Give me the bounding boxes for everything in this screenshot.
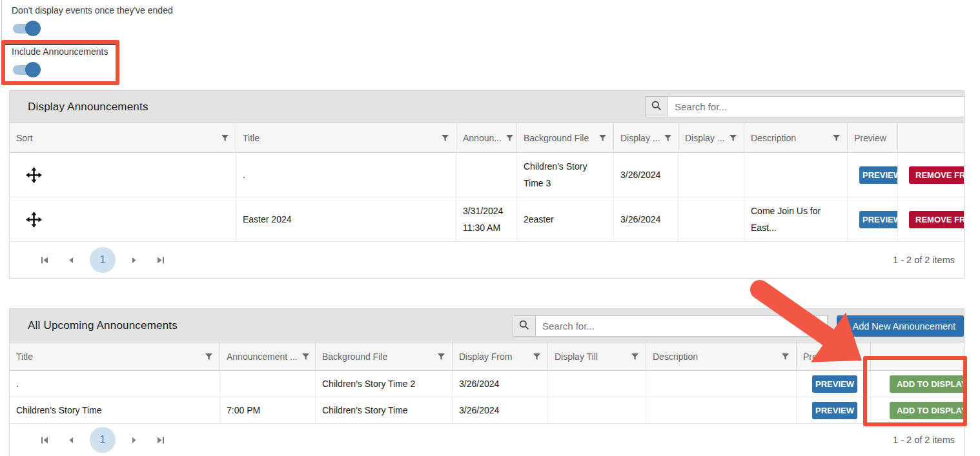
cell-display-till	[679, 197, 744, 241]
column-display-from: Display ...	[620, 133, 660, 143]
upcoming-header-row: Title Announcement ... Background File D…	[10, 342, 964, 371]
column-announcement: Announcement ...	[227, 352, 298, 362]
pager-first-button[interactable]	[40, 435, 50, 445]
display-search-input[interactable]	[668, 96, 965, 117]
display-announcements-title: Display Announcements	[28, 101, 148, 114]
pager-last-button[interactable]	[156, 435, 165, 445]
cell-title: Easter 2024	[236, 197, 456, 241]
cell-title: .	[236, 153, 456, 197]
upcoming-search-input[interactable]	[536, 315, 828, 337]
filter-icon[interactable]	[781, 353, 790, 361]
display-header-row: Sort Title Announ... Background File Dis…	[10, 123, 964, 153]
page: Don't display events once they've ended …	[0, 0, 980, 456]
cell-announcement	[220, 371, 316, 397]
cell-display-from: 3/26/2024	[614, 197, 679, 241]
cell-display-till	[679, 153, 744, 197]
preview-button[interactable]: PREVIEW	[859, 211, 898, 228]
toggle-knob	[25, 21, 41, 36]
cell-description	[646, 371, 797, 397]
cell-background-file: 2easter	[517, 197, 614, 241]
pager-last-button[interactable]	[156, 255, 165, 265]
filter-icon[interactable]	[631, 353, 639, 361]
cell-display-till	[548, 397, 646, 423]
add-to-display-button[interactable]: ADD TO DISPLAY	[890, 402, 964, 419]
toggle-label-include-announcements: Include Announcements	[12, 46, 108, 57]
display-announcements-titlebar: Display Announcements	[10, 91, 964, 123]
upcoming-announcements-grid: All Upcoming Announcements + Add New Ann…	[9, 308, 965, 456]
filter-icon[interactable]	[533, 353, 541, 361]
filter-icon[interactable]	[832, 134, 841, 142]
table-row: . Children's Story Time 3 3/26/2024 PREV…	[10, 153, 964, 197]
toggle-dont-display-events[interactable]	[13, 24, 37, 34]
column-preview: Preview	[803, 352, 835, 362]
filter-icon[interactable]	[301, 353, 310, 361]
pager-summary: 1 - 2 of 2 items	[893, 435, 955, 445]
cell-display-from: 3/26/2024	[453, 371, 548, 397]
display-pager: 1 1 - 2 of 2 items	[10, 242, 964, 278]
cell-background-file: Children's Story Time 2	[316, 371, 453, 397]
upcoming-search	[513, 315, 828, 337]
upcoming-announcements-titlebar: All Upcoming Announcements + Add New Ann…	[10, 309, 964, 342]
column-display-till: Display Till	[555, 352, 598, 362]
add-new-announcement-button[interactable]: + Add New Announcement	[837, 315, 964, 337]
pager-first-button[interactable]	[40, 255, 50, 265]
column-description: Description	[751, 133, 796, 143]
cell-title: Children's Story Time	[10, 397, 220, 423]
column-description: Description	[653, 352, 698, 362]
search-button[interactable]	[513, 315, 536, 337]
search-icon	[651, 100, 662, 114]
display-announcements-grid: Display Announcements Sort Title Announ.…	[9, 90, 965, 279]
table-row: . Children's Story Time 2 3/26/2024 PREV…	[10, 371, 964, 397]
filter-icon[interactable]	[505, 134, 514, 142]
remove-from-display-button[interactable]: REMOVE FROM DISPLAY	[909, 211, 964, 228]
preview-button[interactable]: PREVIEW	[812, 375, 857, 393]
pager-previous-button[interactable]	[66, 435, 76, 445]
upcoming-announcements-title: All Upcoming Announcements	[28, 319, 178, 332]
cell-title: .	[10, 371, 220, 397]
section-divider	[5, 43, 116, 45]
cell-description: Come Join Us for East...	[744, 197, 848, 241]
toggle-knob	[25, 62, 41, 77]
cell-announcement: 7:00 PM	[220, 397, 316, 423]
add-to-display-button[interactable]: ADD TO DISPLAY	[890, 375, 964, 393]
cell-display-from: 3/26/2024	[453, 397, 548, 423]
cell-description	[646, 397, 797, 423]
column-title: Title	[243, 133, 260, 143]
preview-button[interactable]: PREVIEW	[859, 166, 898, 184]
drag-handle-icon[interactable]	[25, 166, 43, 184]
filter-icon[interactable]	[729, 134, 737, 142]
column-title: Title	[16, 352, 33, 362]
pager-summary: 1 - 2 of 2 items	[893, 255, 955, 265]
cell-background-file: Children's Story Time 3	[517, 153, 614, 197]
filter-icon[interactable]	[441, 134, 449, 142]
filter-icon[interactable]	[221, 134, 229, 142]
column-announcement: Announ...	[463, 133, 502, 143]
pager-page-1[interactable]: 1	[90, 427, 116, 453]
upcoming-pager: 1 1 - 2 of 2 items	[10, 424, 964, 456]
column-display-from: Display From	[459, 352, 512, 362]
table-row: Easter 2024 3/31/2024 11:30 AM 2easter 3…	[10, 197, 964, 242]
column-preview: Preview	[854, 133, 886, 143]
column-sort: Sort	[16, 133, 33, 143]
search-button[interactable]	[645, 96, 668, 117]
pager-previous-button[interactable]	[66, 255, 76, 265]
preview-button[interactable]: PREVIEW	[812, 402, 857, 419]
panel-left-border	[1, 0, 2, 86]
column-display-till: Display ...	[685, 133, 724, 143]
pager-page-1[interactable]: 1	[90, 247, 116, 273]
remove-from-display-button[interactable]: REMOVE FROM DISPLAY	[909, 166, 964, 184]
pager-next-button[interactable]	[129, 255, 139, 265]
toggle-include-announcements[interactable]	[13, 65, 37, 75]
column-background-file: Background File	[322, 352, 387, 362]
filter-icon[interactable]	[664, 134, 672, 142]
cell-display-from: 3/26/2024	[614, 153, 679, 197]
display-search	[645, 96, 965, 117]
drag-handle-icon[interactable]	[25, 211, 43, 228]
cell-background-file: Children's Story Time	[316, 397, 453, 423]
pager-next-button[interactable]	[129, 435, 139, 445]
cell-display-till	[548, 371, 646, 397]
filter-icon[interactable]	[598, 134, 607, 142]
filter-icon[interactable]	[437, 353, 445, 361]
filter-icon[interactable]	[205, 353, 213, 361]
table-row: Children's Story Time 7:00 PM Children's…	[10, 397, 964, 424]
